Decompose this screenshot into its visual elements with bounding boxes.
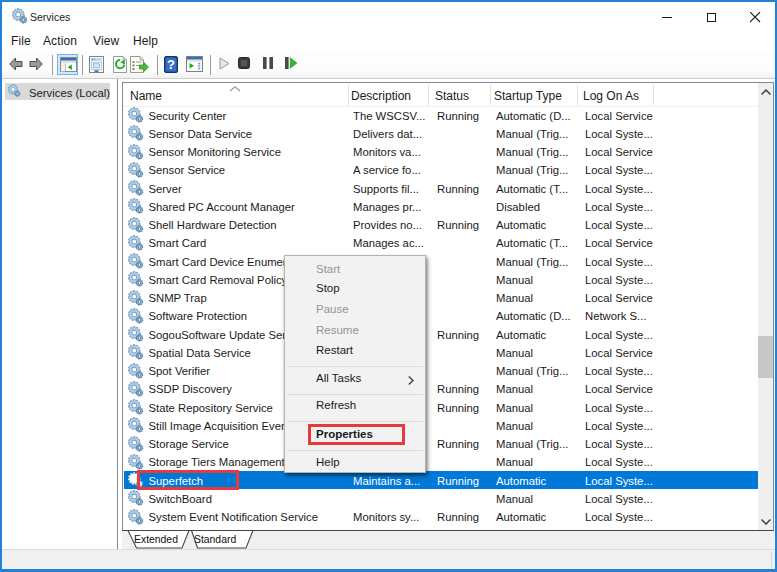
svg-text:?: ?	[167, 57, 175, 72]
